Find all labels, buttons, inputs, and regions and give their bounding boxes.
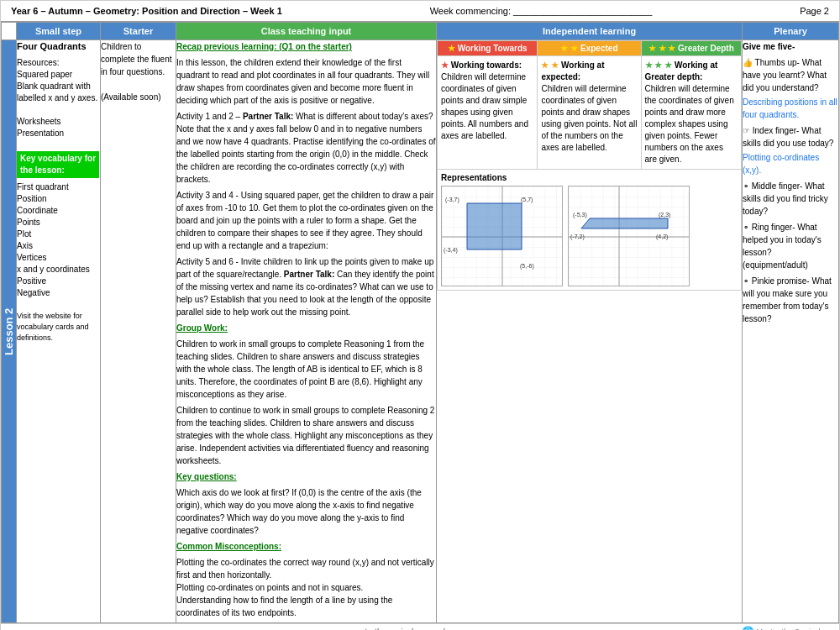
svg-text:(-5,3): (-5,3): [573, 212, 587, 218]
activity12: Activity 1 and 2 – Partner Talk: What is…: [176, 110, 436, 186]
gd-stars: ★ ★ ★: [648, 44, 676, 53]
svg-text:(5,7): (5,7): [521, 197, 533, 203]
key-q-label: Key questions:: [176, 470, 436, 483]
graph2-svg: (-5,3) (2,3) (-7,2) (4,2): [569, 186, 690, 286]
resource-squared: Squared paper: [17, 69, 100, 81]
group-work2-text: Children to continue to work in small gr…: [176, 404, 436, 467]
header-week: Week commencing: _______________________…: [282, 6, 800, 16]
exp-star-icon: ★ ★: [541, 60, 559, 70]
vocab-item: Negative: [17, 287, 100, 299]
gd-star-icon: ★ ★ ★: [645, 60, 673, 70]
vocab-item: x and y coordinates: [17, 264, 100, 276]
exp-header-text: Expected: [580, 44, 617, 53]
exp-stars: ★ ★: [560, 44, 578, 53]
vocab-item: Axis: [17, 240, 100, 252]
vocab-list: First quadrant Position Coordinate Point…: [17, 181, 100, 299]
misconceptions-text: Plotting the co-ordinates the correct wa…: [176, 556, 436, 619]
representations-title: Representations: [441, 173, 738, 182]
svg-text:(-3,4): (-3,4): [444, 247, 458, 254]
col-starter: Starter: [101, 23, 176, 40]
activity56: Activity 5 and 6 - Invite children to li…: [176, 255, 436, 318]
graph-container: (-3,7) (5,7) (-3,4) (5,-6): [441, 186, 738, 286]
indep-inner-table: ★ Working Towards ★ ★ Expected ★ ★ ★ Gre…: [437, 40, 742, 291]
activity12-bold: Partner Talk:: [243, 112, 293, 121]
visit-text: Visit the website for vocabulary cards a…: [17, 311, 100, 343]
wt-header: ★ Working Towards: [438, 41, 538, 56]
activity56-bold: Partner Talk:: [284, 270, 334, 279]
indep-cell: ★ Working Towards ★ ★ Expected ★ ★ ★ Gre…: [437, 40, 743, 623]
plenary-middle: ⚬ Middle finger- What skills did you fin…: [743, 180, 838, 218]
lesson-label: Lesson 2: [2, 40, 17, 623]
graph1: (-3,7) (5,7) (-3,4) (5,-6): [441, 186, 563, 286]
starter-cell: Children to complete the fluent in four …: [101, 40, 176, 623]
plenary-thumbs: 👍 Thumbs up- What have you learnt? What …: [743, 56, 838, 94]
wt-content: ★ Working towards: Children will determi…: [438, 56, 538, 170]
footer-website: www.masterthecurriculum.co.uk: [34, 627, 742, 631]
page-header: Year 6 – Autumn – Geometry: Position and…: [1, 1, 839, 22]
svg-text:(-3,7): (-3,7): [445, 197, 459, 203]
col-indep: Independent learning: [437, 23, 743, 40]
svg-text:(2,3): (2,3): [659, 212, 670, 218]
group-work-text: Children to work in small groups to comp…: [176, 338, 436, 401]
page: Year 6 – Autumn – Geometry: Position and…: [0, 0, 840, 630]
resources-label: Resources:: [17, 57, 100, 69]
group-work-label: Group Work:: [176, 322, 436, 334]
col-plenary: Plenary: [743, 23, 839, 40]
small-step-title: Four Quadrants: [17, 40, 100, 53]
vocab-item: Position: [17, 193, 100, 205]
vocab-highlight: Key vocabulary forthe lesson:: [17, 151, 99, 178]
vocab-item: First quadrant: [17, 181, 100, 193]
misconceptions-label: Common Misconceptions:: [176, 540, 436, 553]
graph2: (-5,3) (2,3) (-7,2) (4,2): [568, 186, 690, 286]
exp-text: Children will determine coordinates of g…: [541, 84, 637, 152]
gd-header-text: Greater Depth: [678, 44, 734, 53]
small-step-cell: Four Quadrants Resources: Squared paper …: [17, 40, 101, 623]
gd-header: ★ ★ ★ Greater Depth: [641, 41, 741, 56]
svg-text:(4,2): (4,2): [656, 234, 668, 240]
svg-text:(5,-6): (5,-6): [520, 263, 534, 270]
starter-available: (Available soon): [101, 91, 176, 103]
activity12-label: Activity 1 and 2 –: [176, 112, 243, 121]
svg-marker-11: [581, 218, 668, 228]
plenary-cell: Give me five- 👍 Thumbs up- What have you…: [743, 40, 839, 623]
plenary-index: ☞ Index finger- What skills did you use …: [743, 124, 838, 150]
gd-content: ★ ★ ★ Working at Greater depth: Children…: [641, 56, 741, 170]
plenary-describing: Describing positions in all four quadran…: [743, 96, 838, 121]
col-small-step: Small step: [17, 23, 101, 40]
main-table: Small step Starter Class teaching input …: [1, 22, 839, 623]
representations-cell: Representations: [438, 170, 742, 291]
vocab-item: Points: [17, 217, 100, 228]
graph1-svg: (-3,7) (5,7) (-3,4) (5,-6): [442, 186, 563, 286]
wt-text: Children will determine coordinates of g…: [441, 72, 528, 140]
resource-blank: Blank quadrant with labelled x and y axe…: [17, 81, 100, 104]
vocab-item: Coordinate: [17, 205, 100, 217]
plenary-ring: ⚬ Ring finger- What helped you in today'…: [743, 221, 838, 271]
page-footer: www.masterthecurriculum.co.uk 🌐 Master t…: [1, 623, 839, 630]
activity34-text: Activity 3 and 4 - Using squared paper, …: [176, 189, 436, 252]
plenary-title: Give me five-: [743, 40, 838, 53]
recap-label: Recap previous learning: (Q1 on the star…: [176, 40, 436, 53]
header-page: Page 2: [800, 6, 829, 16]
activity12-text: What is different about today's axes? No…: [176, 112, 436, 184]
key-q-text: Which axis do we look at first? If (0,0)…: [176, 486, 436, 537]
gd-text: Children will determine the coordinates …: [645, 84, 734, 164]
vocab-item: Vertices: [17, 252, 100, 264]
exp-header: ★ ★ Expected: [538, 41, 641, 56]
header-title: Year 6 – Autumn – Geometry: Position and…: [11, 6, 282, 16]
vocab-item: Plot: [17, 228, 100, 240]
plenary-pinkie: ⚬ Pinkie promise- What will you make sur…: [743, 275, 838, 325]
wt-header-text: Working Towards: [458, 44, 528, 53]
footer-logo: 🌐 Master the Curriculum: [742, 626, 831, 630]
col-teaching: Class teaching input: [176, 23, 437, 40]
starter-text: Children to complete the fluent in four …: [101, 40, 176, 78]
intro-text: In this lesson, the children extend thei…: [176, 56, 436, 107]
logo-icon: 🌐: [742, 626, 754, 630]
svg-marker-3: [467, 203, 522, 249]
exp-content: ★ ★ Working at expected: Children will d…: [538, 56, 641, 170]
wt-label: Working towards:: [451, 60, 522, 70]
resource-presentation: Presentation: [17, 128, 100, 139]
resource-worksheets: Worksheets: [17, 116, 100, 128]
wt-stars: ★: [448, 44, 455, 53]
teaching-cell: Recap previous learning: (Q1 on the star…: [176, 40, 437, 623]
plenary-plotting: Plotting co-ordinates (x,y).: [743, 151, 838, 176]
